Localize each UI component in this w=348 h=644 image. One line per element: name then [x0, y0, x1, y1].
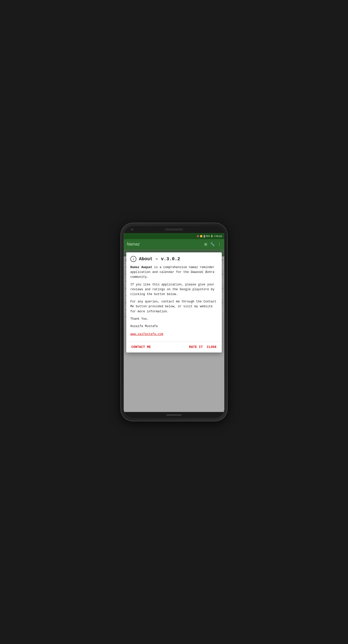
app-toolbar: Namaz ⊞ 🔧 ⋮ [124, 239, 224, 249]
dialog-paragraph-1: Namaz Awqaat is a comprehensive namaz re… [130, 265, 218, 280]
time-text: 2:48 pm [214, 235, 222, 237]
dialog-thankyou: Thank You. [130, 317, 218, 321]
dialog-paragraph-2: If you like this application, please giv… [130, 282, 218, 297]
phone-bottom-bar [124, 412, 224, 418]
mute-icon: 🔇 [197, 235, 199, 237]
wifi-icon: 📶 [200, 235, 202, 237]
speaker [165, 229, 183, 230]
dialog-paragraph-3: For any queries, contact me through the … [130, 299, 218, 314]
dialog-title: About – v.3.0.2 [139, 256, 180, 262]
phone-frame: 🔇 📶 ▐ 29% 🔋 2:48 pm Namaz ⊞ 🔧 [121, 223, 227, 421]
status-bar: 🔇 📶 ▐ 29% 🔋 2:48 pm [124, 233, 224, 239]
contact-card-icon[interactable]: ⊞ [204, 242, 207, 246]
wrench-icon[interactable]: 🔧 [210, 242, 215, 246]
dialog-actions: CONTACT ME RATE IT CLOSE [126, 342, 222, 352]
more-options-icon[interactable]: ⋮ [218, 242, 221, 246]
status-icons: 🔇 📶 ▐ 29% 🔋 2:48 pm [197, 235, 222, 237]
dialog-title-row: i About – v.3.0.2 [130, 256, 218, 262]
app-content: ▪ ▪ ▪ 1 S K 9 F S 5 [124, 249, 224, 412]
info-icon: i [130, 256, 136, 262]
dialog-body: i About – v.3.0.2 Namaz Awqaat is a comp… [126, 252, 222, 339]
home-indicator [166, 415, 182, 416]
camera-icon [131, 228, 133, 231]
app-title: Namaz [127, 242, 204, 247]
close-button[interactable]: CLOSE [205, 344, 219, 350]
rate-it-button[interactable]: RATE IT [187, 344, 205, 350]
battery-text: 29% [205, 235, 210, 237]
contact-me-button[interactable]: CONTACT ME [129, 344, 153, 350]
about-dialog: i About – v.3.0.2 Namaz Awqaat is a comp… [126, 252, 222, 352]
signal-icon: ▐ [203, 235, 205, 237]
screen: 🔇 📶 ▐ 29% 🔋 2:48 pm Namaz ⊞ 🔧 [124, 233, 224, 412]
dialog-author: Huzaifa Mustafa [130, 324, 218, 329]
phone-top-bar [124, 226, 224, 233]
dialog-website-link[interactable]: www.zaifastafa.com [130, 332, 163, 336]
phone-inner: 🔇 📶 ▐ 29% 🔋 2:48 pm Namaz ⊞ 🔧 [124, 226, 224, 418]
battery-icon: 🔋 [211, 235, 213, 237]
toolbar-icons: ⊞ 🔧 ⋮ [204, 242, 221, 246]
